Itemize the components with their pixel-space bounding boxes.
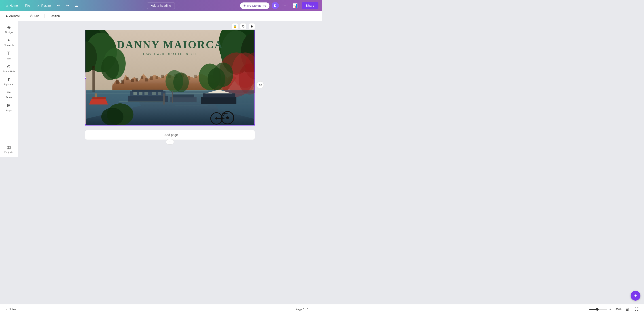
svg-marker-45 <box>208 90 254 119</box>
duration-button[interactable]: ⏱ 5.0s <box>28 13 42 19</box>
sidebar-item-apps[interactable]: ⊞ Apps <box>1 101 17 114</box>
avatar[interactable]: D <box>272 2 279 9</box>
rotate-handle[interactable]: ↻ <box>257 81 264 88</box>
svg-rect-14 <box>150 76 153 80</box>
svg-rect-69 <box>170 97 196 102</box>
svg-rect-16 <box>161 75 164 78</box>
sidebar-item-projects[interactable]: ▦ Projects <box>1 143 17 155</box>
divider2 <box>44 14 44 18</box>
handle-bottom-mid[interactable] <box>169 124 171 126</box>
try-pro-button[interactable]: ✦ Try Canva Pro <box>240 2 270 9</box>
sparkle-icon: ✦ <box>243 4 246 7</box>
add-page-button[interactable]: + Add page <box>85 130 255 140</box>
redo-button[interactable]: ↪ <box>64 2 71 9</box>
svg-rect-74 <box>172 91 173 103</box>
svg-rect-55 <box>152 92 156 95</box>
sidebar-elements-label: Elements <box>4 44 14 46</box>
sidebar-item-brand-hub[interactable]: ⊙ Brand Hub <box>1 62 17 75</box>
svg-rect-20 <box>188 76 190 80</box>
svg-rect-15 <box>156 76 158 79</box>
sidebar-brand-label: Brand Hub <box>3 70 15 73</box>
file-button[interactable]: File <box>22 2 33 9</box>
sidebar-item-text[interactable]: T Text <box>1 49 17 62</box>
handle-top-left[interactable] <box>85 30 86 31</box>
add-frame-icon: ⊕ <box>250 24 253 28</box>
sidebar-design-label: Design <box>5 31 12 33</box>
try-pro-label: Try Canva Pro <box>247 4 266 7</box>
cloud-icon: ☁ <box>74 3 78 8</box>
svg-point-37 <box>228 72 254 94</box>
svg-rect-22 <box>112 84 228 90</box>
sidebar-item-design[interactable]: ◈ Design <box>1 23 17 35</box>
topbar-left: ⌂ Home File ⤢ Resize ↩ ↪ ☁ <box>4 2 80 9</box>
handle-bottom-right[interactable] <box>254 124 255 126</box>
svg-point-40 <box>208 68 225 90</box>
redo-icon: ↪ <box>66 3 69 8</box>
copy-frame-button[interactable]: ⧉ <box>240 23 246 29</box>
svg-rect-9 <box>126 77 128 80</box>
divider <box>25 14 25 18</box>
canvas-subtitle: TRAVEL AND EXPAT LIFESTYLE <box>86 53 254 55</box>
svg-point-41 <box>213 63 233 87</box>
handle-top-right[interactable] <box>254 30 255 31</box>
svg-point-43 <box>173 72 189 92</box>
svg-marker-59 <box>206 90 232 93</box>
copy-icon: ⧉ <box>242 24 244 28</box>
svg-rect-2 <box>86 90 254 91</box>
svg-rect-51 <box>132 90 164 92</box>
show-pages-toggle[interactable]: ⌃ <box>166 139 174 145</box>
svg-rect-47 <box>92 97 106 99</box>
svg-rect-77 <box>97 109 119 109</box>
cloud-save-button[interactable]: ☁ <box>73 2 80 9</box>
undo-button[interactable]: ↩ <box>55 2 62 9</box>
activity-button[interactable]: 📊 <box>291 2 300 9</box>
elements-icon: ✦ <box>7 37 11 43</box>
svg-rect-49 <box>128 96 168 102</box>
main-area: ◈ Design ✦ Elements T Text ⊙ Brand Hub ⬆… <box>0 21 322 157</box>
heading-input[interactable]: Add a heading <box>147 2 175 9</box>
canvas-area[interactable]: 🔒 ⧉ ⊕ <box>18 21 322 157</box>
animate-button[interactable]: ▶ Animate <box>4 13 22 19</box>
design-canvas[interactable]: DANNY MAIORCA TRAVEL AND EXPAT LIFESTYLE <box>85 30 255 126</box>
share-button[interactable]: Share <box>302 2 318 9</box>
handle-mid-right[interactable] <box>254 77 255 79</box>
add-page-label: + Add page <box>162 133 178 137</box>
resize-button[interactable]: ⤢ Resize <box>34 2 54 9</box>
handle-mid-left[interactable] <box>85 77 86 79</box>
top-bar: ⌂ Home File ⤢ Resize ↩ ↪ ☁ Add a heading… <box>0 0 322 11</box>
sidebar-draw-label: Draw <box>6 96 12 99</box>
handle-bottom-left[interactable] <box>85 124 86 126</box>
canvas-controls-top: 🔒 ⧉ ⊕ <box>232 23 255 29</box>
svg-rect-8 <box>121 80 124 84</box>
add-frame-button[interactable]: ⊕ <box>249 23 255 29</box>
svg-line-68 <box>222 113 225 118</box>
home-button[interactable]: ⌂ Home <box>4 2 20 9</box>
handle-top-mid[interactable] <box>169 30 171 31</box>
sidebar-projects-label: Projects <box>4 151 14 154</box>
sidebar-item-draw[interactable]: ✏ Draw <box>1 88 17 101</box>
svg-point-36 <box>238 64 254 95</box>
svg-rect-75 <box>119 101 163 102</box>
svg-point-72 <box>101 108 124 125</box>
resize-icon: ⤢ <box>37 4 40 7</box>
undo-icon: ↩ <box>57 3 60 8</box>
animate-label: Animate <box>9 14 20 18</box>
sidebar: ◈ Design ✦ Elements T Text ⊙ Brand Hub ⬆… <box>0 21 18 157</box>
lock-button[interactable]: 🔒 <box>232 23 238 29</box>
svg-marker-46 <box>89 99 108 105</box>
sidebar-uploads-label: Uploads <box>4 83 13 86</box>
svg-rect-7 <box>116 80 119 84</box>
svg-marker-44 <box>86 90 141 119</box>
sidebar-item-uploads[interactable]: ⬆ Uploads <box>1 75 17 88</box>
add-collaborator-button[interactable]: ＋ <box>281 2 289 9</box>
position-button[interactable]: Position <box>47 13 62 19</box>
svg-rect-17 <box>168 75 171 78</box>
svg-rect-54 <box>144 92 148 95</box>
chart-icon: 📊 <box>293 3 298 8</box>
animate-icon: ▶ <box>6 14 8 18</box>
share-label: Share <box>306 4 314 7</box>
sidebar-item-elements[interactable]: ✦ Elements <box>1 36 17 48</box>
svg-rect-76 <box>174 106 208 106</box>
svg-rect-48 <box>94 93 97 97</box>
plus-icon: ＋ <box>283 3 287 8</box>
